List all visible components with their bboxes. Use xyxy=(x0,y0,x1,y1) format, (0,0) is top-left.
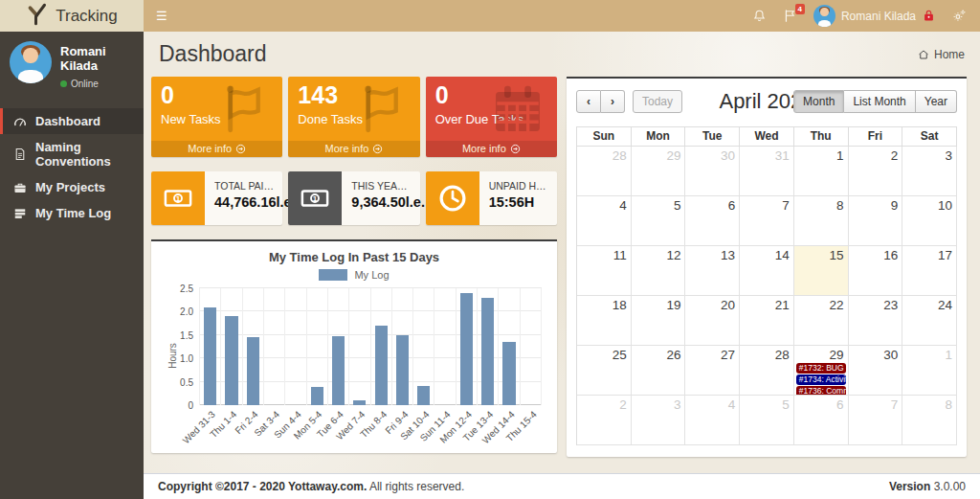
home-icon xyxy=(918,49,929,60)
calendar-day-3[interactable]: 3 xyxy=(902,147,957,196)
sidebar: Romani Kilada Online DashboardNaming Con… xyxy=(0,32,144,499)
calendar-view-group: MonthList MonthYear xyxy=(793,90,957,113)
calendar-day-17[interactable]: 17 xyxy=(902,246,957,296)
settings-cogs-icon[interactable] xyxy=(952,9,967,23)
more-info-link[interactable]: More info xyxy=(151,141,282,157)
calendar-day-15[interactable]: 15 xyxy=(794,246,849,296)
sidebar-item-naming-conventions[interactable]: Naming Conventions xyxy=(0,134,144,174)
calendar-day-31[interactable]: 31 xyxy=(740,147,794,196)
calendar-day-8[interactable]: 8 xyxy=(794,196,849,246)
calendar-day-1[interactable]: 1 xyxy=(902,346,957,396)
day-header-wed: Wed xyxy=(740,127,794,147)
calendar-day-10[interactable]: 10 xyxy=(902,196,957,246)
sidebar-toggle-button[interactable]: ☰ xyxy=(144,0,180,32)
calendar-day-1[interactable]: 1 xyxy=(794,147,849,196)
calendar-event[interactable]: #1732: BUG -Son xyxy=(796,363,846,374)
day-number: 4 xyxy=(577,196,631,214)
copyright-text: Copyright ©2017 - 2020 Yottaway.com. All… xyxy=(158,480,464,493)
calendar-day-13[interactable]: 13 xyxy=(685,246,740,296)
calendar-day-9[interactable]: 9 xyxy=(849,196,903,246)
y-tick-label: 1.5 xyxy=(168,330,193,341)
bar xyxy=(225,316,237,405)
chart-column xyxy=(478,288,499,405)
calendar-week-row: 11121314151617 xyxy=(577,246,957,296)
more-info-link[interactable]: More info xyxy=(426,141,557,157)
sidebar-item-dashboard[interactable]: Dashboard xyxy=(0,108,144,134)
sidebar-item-my-projects[interactable]: My Projects xyxy=(0,174,144,200)
calendar-day-7[interactable]: 7 xyxy=(740,196,794,246)
calendar-day-4[interactable]: 4 xyxy=(685,396,740,445)
sidebar-item-label: My Time Log xyxy=(35,206,111,220)
calendar-day-24[interactable]: 24 xyxy=(902,296,957,346)
version-text: Version 3.0.00 xyxy=(889,480,966,493)
notifications-bell-icon[interactable] xyxy=(752,9,767,23)
calendar-day-11[interactable]: 11 xyxy=(577,246,632,296)
calendar-day-14[interactable]: 14 xyxy=(740,246,794,296)
info-box-label: TOTAL PAIDED xyxy=(214,180,277,192)
calendar-event[interactable]: #1734: Activity M xyxy=(796,374,846,385)
view-button-month[interactable]: Month xyxy=(793,90,844,113)
more-info-link[interactable]: More info xyxy=(288,141,419,157)
calendar-day-16[interactable]: 16 xyxy=(849,246,903,296)
calendar-week-row: 18192021222324 xyxy=(577,296,957,346)
calendar-prev-button[interactable]: ‹ xyxy=(576,90,601,113)
calendar-day-28[interactable]: 28 xyxy=(740,346,794,396)
calendar-day-7[interactable]: 7 xyxy=(849,396,903,445)
x-tick: Thu 15-4 xyxy=(521,405,542,451)
day-number: 14 xyxy=(740,246,793,263)
breadcrumb[interactable]: Home xyxy=(918,48,965,61)
calendar-day-30[interactable]: 30 xyxy=(849,346,903,396)
day-number: 31 xyxy=(740,147,793,164)
view-button-list-month[interactable]: List Month xyxy=(844,90,915,113)
calendar-day-20[interactable]: 20 xyxy=(685,296,740,346)
user-menu[interactable]: Romani Kilada xyxy=(813,5,936,27)
flag-notifications-icon[interactable]: 4 xyxy=(783,9,797,23)
calendar-day-6[interactable]: 6 xyxy=(685,196,740,246)
calendar-day-5[interactable]: 5 xyxy=(740,396,794,445)
chart-plot-area: 00.51.01.52.02.5 xyxy=(199,288,542,405)
day-number: 30 xyxy=(685,147,739,164)
calendar-day-30[interactable]: 30 xyxy=(685,147,740,196)
calendar-day-29[interactable]: 29 xyxy=(632,147,686,196)
bar xyxy=(396,335,409,405)
day-number: 9 xyxy=(849,196,902,214)
logo-text: Tracking xyxy=(56,7,118,26)
calendar-day-6[interactable]: 6 xyxy=(794,396,849,445)
money-icon: 1 xyxy=(151,171,205,225)
chart-column xyxy=(243,288,264,405)
calendar-day-19[interactable]: 19 xyxy=(632,296,686,346)
y-tick-label: 2.5 xyxy=(168,284,193,294)
calendar-day-25[interactable]: 25 xyxy=(577,346,632,396)
arrow-circle-icon xyxy=(510,144,521,154)
page-title: Dashboard xyxy=(159,41,267,67)
info-box-value: 9,364.50l.e. xyxy=(351,194,413,210)
calendar-day-12[interactable]: 12 xyxy=(632,246,686,296)
chart-column xyxy=(392,288,413,405)
calendar-day-2[interactable]: 2 xyxy=(577,396,632,445)
calendar-day-21[interactable]: 21 xyxy=(740,296,794,346)
sidebar-menu: DashboardNaming ConventionsMy ProjectsMy… xyxy=(0,108,144,226)
day-number: 8 xyxy=(794,196,848,214)
more-info-label: More info xyxy=(188,143,232,154)
calendar-day-26[interactable]: 26 xyxy=(632,346,686,396)
calendar-day-18[interactable]: 18 xyxy=(577,296,632,346)
view-button-year[interactable]: Year xyxy=(916,90,957,113)
calendar-day-8[interactable]: 8 xyxy=(902,396,957,445)
calendar-day-22[interactable]: 22 xyxy=(794,296,849,346)
app-logo[interactable]: Tracking xyxy=(0,0,144,32)
day-number: 5 xyxy=(740,396,793,413)
calendar-today-button[interactable]: Today xyxy=(633,90,682,113)
calendar-day-3[interactable]: 3 xyxy=(632,396,686,445)
calendar-day-2[interactable]: 2 xyxy=(849,147,903,196)
stat-box-done-tasks: 143Done TasksMore info xyxy=(288,77,419,157)
calendar-day-23[interactable]: 23 xyxy=(849,296,903,346)
calendar-toolbar: April 2021 ‹ › Today MonthList MonthYear xyxy=(576,88,957,115)
calendar-day-4[interactable]: 4 xyxy=(577,196,632,246)
calendar-event[interactable]: #1736: Commitme xyxy=(796,386,846,396)
calendar-day-5[interactable]: 5 xyxy=(632,196,686,246)
calendar-day-28[interactable]: 28 xyxy=(577,147,632,196)
sidebar-item-my-time-log[interactable]: My Time Log xyxy=(0,200,144,226)
calendar-next-button[interactable]: › xyxy=(601,90,625,113)
calendar-day-29[interactable]: 29#1732: BUG -Son#1734: Activity M#1736:… xyxy=(794,346,849,396)
calendar-day-27[interactable]: 27 xyxy=(685,346,740,396)
